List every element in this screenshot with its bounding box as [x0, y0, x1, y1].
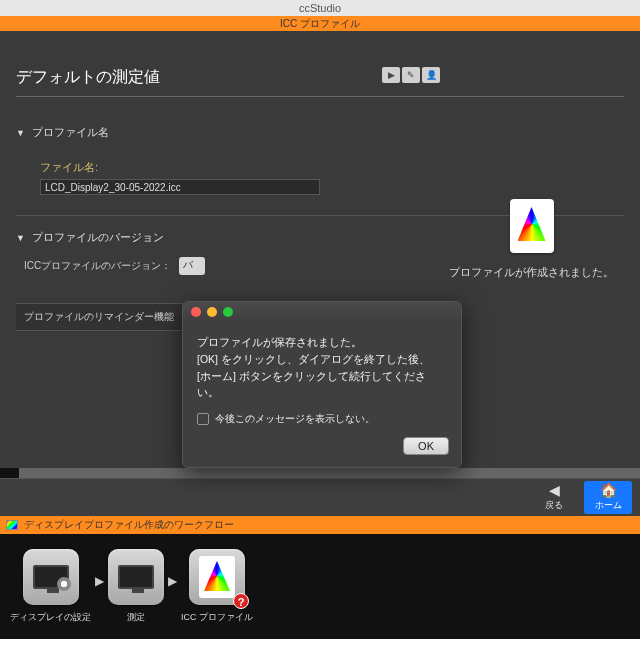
section-label: プロファイルのバージョン [32, 231, 164, 243]
monitor-settings-icon [33, 565, 69, 589]
window-title-bar: ICC プロファイル [0, 16, 640, 31]
icc-profile-icon [510, 199, 554, 253]
profile-created-text: プロファイルが作成されました。 [449, 265, 614, 280]
dialog-body: プロファイルが保存されました。 [OK] をクリックし、ダイアログを終了した後、… [183, 322, 461, 437]
step-label: ディスプレイの設定 [10, 611, 91, 624]
monitor-icon [118, 565, 154, 589]
divider [16, 96, 624, 97]
step-measure[interactable]: 測定 [108, 549, 164, 624]
alert-badge-icon: ? [233, 593, 249, 609]
icc-profile-icon [199, 556, 235, 598]
filename-input[interactable] [40, 179, 320, 195]
version-label: ICCプロファイルのバージョン： [24, 259, 171, 273]
page-title: デフォルトの測定値 [16, 67, 160, 88]
section-label: プロファイル名 [32, 126, 109, 138]
zoom-icon[interactable] [223, 307, 233, 317]
back-arrow-icon: ◀ [532, 483, 576, 497]
dialog-titlebar[interactable] [183, 302, 461, 322]
back-label: 戻る [545, 500, 563, 510]
dialog-line3: [ホーム] ボタンをクリックして続行してください。 [197, 368, 447, 402]
ok-button[interactable]: OK [403, 437, 449, 455]
step-label: 測定 [108, 611, 164, 624]
version-select[interactable]: バ [179, 257, 205, 275]
step-display-settings[interactable]: ディスプレイの設定 [10, 549, 91, 624]
edit-icon[interactable]: ✎ [402, 67, 420, 83]
home-label: ホーム [595, 500, 622, 510]
profile-created-box: プロファイルが作成されました。 [449, 199, 614, 280]
step-label: ICC プロファイル [181, 611, 253, 624]
workflow-title: ディスプレイプロファイル作成のワークフロー [24, 518, 234, 532]
home-icon: 🏠 [586, 483, 630, 497]
toolbar-icons: ▶ ✎ 👤 [380, 67, 440, 83]
dont-show-again-checkbox[interactable] [197, 413, 209, 425]
home-button[interactable]: 🏠 ホーム [584, 481, 632, 514]
dont-show-again-label: 今後このメッセージを表示しない。 [215, 411, 375, 427]
dialog-line2: [OK] をクリックし、ダイアログを終了した後、 [197, 351, 447, 368]
play-icon[interactable]: ▶ [382, 67, 400, 83]
dialog-line1: プロファイルが保存されました。 [197, 334, 447, 351]
user-icon[interactable]: 👤 [422, 67, 440, 83]
main-panel: ▶ ✎ 👤 デフォルトの測定値 ▼ プロファイル名 ファイル名: ▼ プロファイ… [0, 31, 640, 468]
workflow-icon [6, 520, 18, 530]
progress-strip [0, 468, 640, 478]
step-icc-profile[interactable]: ? ICC プロファイル [181, 549, 253, 624]
filename-label: ファイル名: [40, 160, 624, 175]
save-confirmation-dialog: プロファイルが保存されました。 [OK] をクリックし、ダイアログを終了した後、… [182, 301, 462, 468]
workflow-header: ディスプレイプロファイル作成のワークフロー [0, 516, 640, 534]
reminder-row: プロファイルのリマインダー機能 [16, 303, 206, 331]
workflow-steps: ディスプレイの設定 ▶ 測定 ▶ ? ICC プロファイル [0, 534, 640, 639]
minimize-icon[interactable] [207, 307, 217, 317]
disclosure-triangle-icon: ▼ [16, 233, 25, 243]
back-button[interactable]: ◀ 戻る [530, 481, 578, 514]
close-icon[interactable] [191, 307, 201, 317]
mac-titlebar: ccStudio [0, 0, 640, 16]
chevron-right-icon: ▶ [166, 574, 179, 600]
nav-footer: ◀ 戻る 🏠 ホーム [0, 478, 640, 516]
page-end [0, 639, 640, 655]
reminder-label: プロファイルのリマインダー機能 [24, 310, 174, 324]
chevron-right-icon: ▶ [93, 574, 106, 600]
disclosure-triangle-icon: ▼ [16, 128, 25, 138]
section-profile-name[interactable]: ▼ プロファイル名 [16, 125, 624, 140]
